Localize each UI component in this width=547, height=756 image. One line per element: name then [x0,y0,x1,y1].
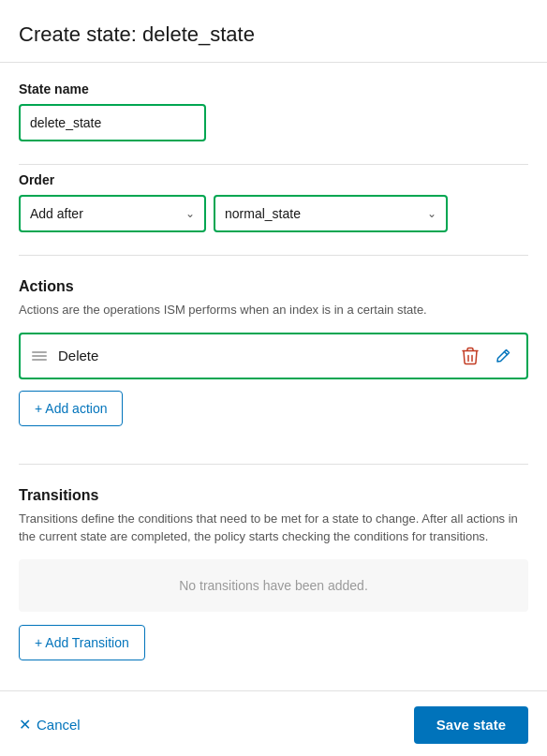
trash-icon [462,347,479,365]
empty-text: No transitions have been added. [179,578,368,593]
action-icons [458,343,515,369]
cancel-button[interactable]: ✕ Cancel [19,716,81,734]
drag-line-3 [32,359,47,361]
cancel-x-icon: ✕ [19,716,31,734]
footer: ✕ Cancel Save state [0,690,547,757]
edit-action-button[interactable] [492,344,515,367]
transitions-empty-message: No transitions have been added. [19,559,528,612]
action-name-label: Delete [58,348,458,363]
add-after-text: Add after [30,206,185,221]
state-select-text: normal_state [225,206,427,221]
delete-action-button[interactable] [458,343,482,369]
chevron-down-icon-2: ⌄ [427,207,436,220]
pencil-icon [495,348,511,363]
state-name-input[interactable] [19,104,206,141]
drag-line-1 [32,351,47,353]
add-action-button[interactable]: + Add action [19,391,123,426]
page-container: Create state: delete_state State name Or… [0,0,547,756]
actions-description: Actions are the operations ISM performs … [19,301,528,319]
cancel-label: Cancel [37,717,81,733]
page-title: Create state: delete_state [19,22,528,47]
transitions-section: Transitions Transitions define the condi… [19,472,528,690]
order-section: Order Add after ⌄ normal_state ⌄ [19,172,528,247]
order-dropdowns: Add after ⌄ normal_state ⌄ [19,195,528,232]
divider-1 [19,164,528,165]
action-item-delete: Delete [19,333,528,379]
page-header: Create state: delete_state [0,0,547,63]
order-label: Order [19,172,528,187]
state-select-dropdown[interactable]: normal_state ⌄ [214,195,448,232]
transitions-title: Transitions [19,487,528,504]
state-name-label: State name [19,82,528,96]
drag-line-2 [32,355,47,357]
divider-3 [19,464,528,465]
drag-handle[interactable] [32,351,47,361]
save-state-button[interactable]: Save state [414,706,528,744]
state-name-section: State name [19,63,528,156]
add-after-dropdown[interactable]: Add after ⌄ [19,195,206,232]
add-transition-button[interactable]: + Add Transition [19,625,145,660]
transitions-description: Transitions define the conditions that n… [19,510,528,546]
actions-section: Actions Actions are the operations ISM p… [19,263,528,456]
main-content: State name Order Add after ⌄ normal_stat… [0,63,547,690]
chevron-down-icon-1: ⌄ [185,207,195,220]
actions-title: Actions [19,278,528,295]
divider-2 [19,255,528,256]
